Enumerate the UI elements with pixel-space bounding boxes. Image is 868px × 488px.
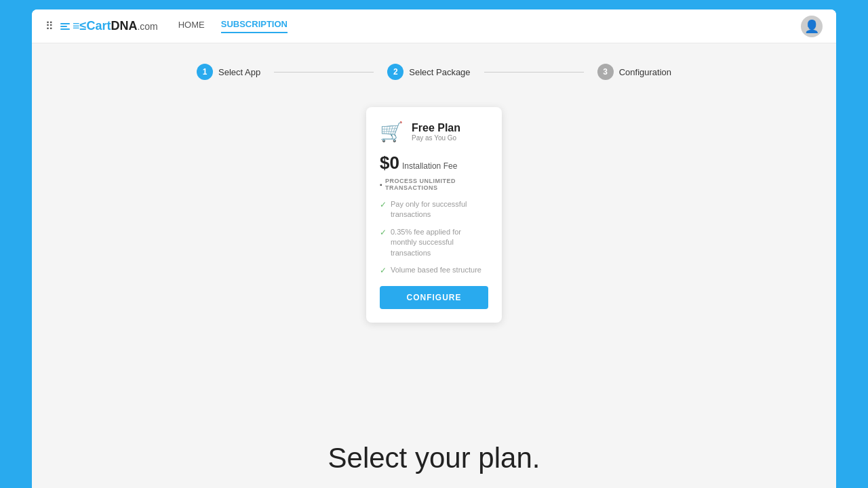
step-1-circle: 1 bbox=[197, 64, 213, 80]
nav-links: HOME SUBSCRIPTION bbox=[178, 19, 288, 33]
plan-title-group: Free Plan Pay as You Go bbox=[412, 122, 460, 142]
navbar: ⠿ ≡≤CartDNA.com HOME SUBSCRIPTION 👤 bbox=[32, 9, 836, 43]
check-icon-3: ✓ bbox=[380, 266, 387, 275]
user-icon: 👤 bbox=[804, 19, 819, 34]
check-icon-1: ✓ bbox=[380, 200, 387, 209]
step-1-label: Select App bbox=[218, 67, 260, 77]
logo-line-1 bbox=[60, 23, 70, 24]
price-amount: $0 bbox=[380, 152, 399, 174]
plan-subtitle: Pay as You Go bbox=[412, 134, 460, 142]
logo-lines-icon bbox=[60, 23, 70, 30]
feature-item-1: ✓ Pay only for successful transactions bbox=[380, 199, 488, 220]
step-3-label: Configuration bbox=[619, 67, 671, 77]
configure-button[interactable]: CONFIGURE bbox=[380, 286, 488, 309]
step-2-label: Select Package bbox=[409, 67, 470, 77]
main-content: 1 Select App 2 Select Package 3 Configur… bbox=[32, 43, 836, 488]
step-connector-2 bbox=[484, 72, 584, 73]
step-2: 2 Select Package bbox=[387, 64, 470, 80]
logo-line-3 bbox=[60, 28, 70, 30]
step-3-circle: 3 bbox=[597, 64, 614, 80]
step-connector-1 bbox=[274, 72, 374, 73]
user-avatar[interactable]: 👤 bbox=[801, 16, 823, 37]
feature-text-2: 0.35% fee applied for monthly successful… bbox=[391, 227, 488, 258]
logo-cart-text: ≡≤Cart bbox=[73, 19, 111, 33]
step-1: 1 Select App bbox=[197, 64, 260, 80]
logo-dna-text: DNA bbox=[111, 19, 137, 33]
plan-card: 🛒 Free Plan Pay as You Go $0 Installatio… bbox=[366, 107, 502, 323]
bottom-caption: Select your plan. bbox=[0, 442, 868, 474]
logo-com-text: .com bbox=[137, 21, 157, 32]
nav-home[interactable]: HOME bbox=[178, 20, 205, 33]
browser-window: ⠿ ≡≤CartDNA.com HOME SUBSCRIPTION 👤 1 bbox=[32, 9, 836, 488]
steps-container: 1 Select App 2 Select Package 3 Configur… bbox=[197, 64, 671, 80]
feature-item-3: ✓ Volume based fee structure bbox=[380, 265, 488, 275]
price-label: Installation Fee bbox=[402, 161, 457, 171]
feature-item-2: ✓ 0.35% fee applied for monthly successf… bbox=[380, 227, 488, 258]
plan-title: Free Plan bbox=[412, 122, 460, 134]
nav-subscription[interactable]: SUBSCRIPTION bbox=[221, 19, 288, 33]
plan-header: 🛒 Free Plan Pay as You Go bbox=[380, 121, 488, 143]
check-icon-2: ✓ bbox=[380, 228, 387, 237]
plan-price: $0 Installation Fee bbox=[380, 152, 488, 174]
grid-icon[interactable]: ⠿ bbox=[45, 20, 54, 33]
logo-line-2 bbox=[60, 26, 67, 27]
feature-text-1: Pay only for successful transactions bbox=[391, 199, 488, 220]
step-3: 3 Configuration bbox=[597, 64, 671, 80]
step-2-circle: 2 bbox=[387, 64, 403, 80]
logo[interactable]: ≡≤CartDNA.com bbox=[60, 19, 158, 33]
plan-features: ✓ Pay only for successful transactions ✓… bbox=[380, 199, 488, 275]
feature-text-3: Volume based fee structure bbox=[391, 265, 481, 275]
unlimited-icon: ▪ bbox=[380, 181, 382, 188]
cart-icon: 🛒 bbox=[380, 121, 403, 143]
plan-unlimited-label: ▪ PROCESS UNLIMITED TRANSACTIONS bbox=[380, 178, 488, 191]
